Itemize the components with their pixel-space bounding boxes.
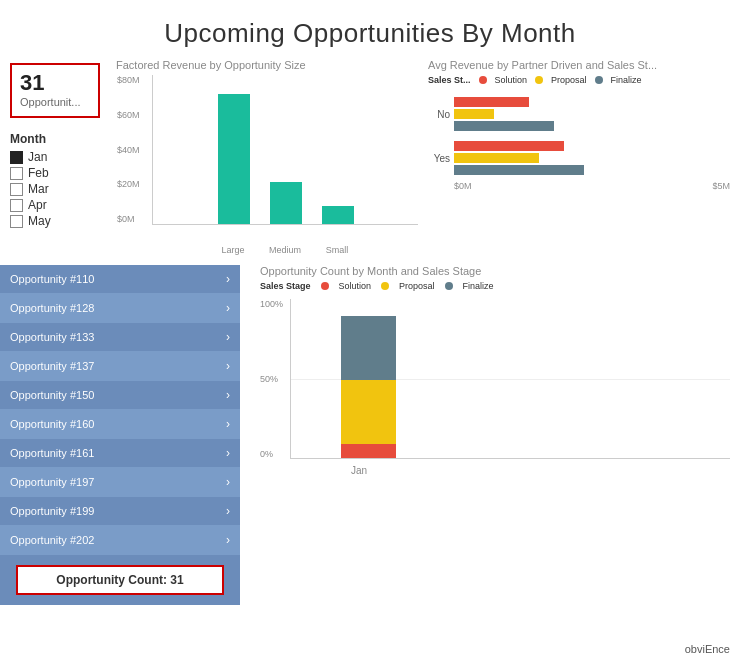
- no-solution-bar: [454, 97, 529, 107]
- chevron-icon-197: ›: [226, 475, 230, 489]
- opportunity-list: Opportunity #110 › Opportunity #128 › Op…: [0, 265, 240, 605]
- filter-item-mar[interactable]: Mar: [10, 182, 100, 196]
- kpi-label: Opportunit...: [20, 96, 90, 108]
- opp-item-text-150: Opportunity #150: [10, 389, 94, 401]
- seg-solution: [341, 444, 396, 458]
- bar-small-rect: [322, 206, 354, 224]
- no-finalize-bar: [454, 121, 554, 131]
- chevron-icon-160: ›: [226, 417, 230, 431]
- list-item-128[interactable]: Opportunity #128 ›: [0, 294, 240, 323]
- stacked-dot-solution: [321, 282, 329, 290]
- bar-large: [218, 94, 250, 224]
- row-label-yes: Yes: [428, 153, 450, 164]
- opp-item-text-110: Opportunity #110: [10, 273, 94, 285]
- filter-item-feb[interactable]: Feb: [10, 166, 100, 180]
- y-label-50: 50%: [260, 374, 283, 384]
- y-label-60m: $60M: [117, 110, 140, 120]
- bars-group: [153, 75, 418, 224]
- stacked-legend-stage: Sales Stage: [260, 281, 311, 291]
- opp-item-text-133: Opportunity #133: [10, 331, 94, 343]
- chevron-icon-128: ›: [226, 301, 230, 315]
- no-proposal-bar: [454, 109, 494, 119]
- opp-item-text-202: Opportunity #202: [10, 534, 94, 546]
- list-item-150[interactable]: Opportunity #150 ›: [0, 381, 240, 410]
- list-item-133[interactable]: Opportunity #133 ›: [0, 323, 240, 352]
- x-label-small: Small: [321, 245, 353, 255]
- list-item-202[interactable]: Opportunity #202 ›: [0, 526, 240, 555]
- filter-items: Jan Feb Mar Apr May: [10, 150, 100, 228]
- avg-revenue-legend: Sales St... Solution Proposal Finalize: [428, 75, 730, 85]
- page-title: Upcoming Opportunities By Month: [0, 0, 740, 59]
- opp-list-footer: Opportunity Count: 31: [0, 555, 240, 605]
- bar-medium-rect: [270, 182, 302, 224]
- chevron-icon-137: ›: [226, 359, 230, 373]
- list-item-137[interactable]: Opportunity #137 ›: [0, 352, 240, 381]
- opp-item-text-160: Opportunity #160: [10, 418, 94, 430]
- branding: obviEnce: [685, 643, 730, 655]
- filter-item-may[interactable]: May: [10, 214, 100, 228]
- stacked-bar-jan: [341, 316, 396, 458]
- horiz-bars-yes: [454, 141, 584, 175]
- horiz-x-labels: $0M $5M: [454, 181, 730, 191]
- y-label-100: 100%: [260, 299, 283, 309]
- opp-item-text-128: Opportunity #128: [10, 302, 94, 314]
- yes-proposal-bar: [454, 153, 539, 163]
- legend-dot-proposal: [535, 76, 543, 84]
- checkbox-mar[interactable]: [10, 183, 23, 196]
- list-item-197[interactable]: Opportunity #197 ›: [0, 468, 240, 497]
- x-label-5m: $5M: [712, 181, 730, 191]
- chevron-icon-161: ›: [226, 446, 230, 460]
- stacked-dot-finalize: [445, 282, 453, 290]
- kpi-box: 31 Opportunit...: [10, 63, 100, 118]
- kpi-number: 31: [20, 70, 90, 96]
- legend-dot-finalize: [595, 76, 603, 84]
- bar-small: [322, 206, 354, 224]
- bar-y-labels: $80M $60M $40M $20M $0M: [117, 75, 140, 224]
- x-label-jan: Jan: [351, 465, 367, 476]
- legend-sales-stage: Sales St...: [428, 75, 471, 85]
- filter-item-jan[interactable]: Jan: [10, 150, 100, 164]
- checkbox-apr[interactable]: [10, 199, 23, 212]
- filter-label: Month: [10, 132, 100, 146]
- bar-large-rect: [218, 94, 250, 224]
- stacked-dot-proposal: [381, 282, 389, 290]
- chevron-icon-199: ›: [226, 504, 230, 518]
- checkbox-may[interactable]: [10, 215, 23, 228]
- stacked-y-labels: 100% 50% 0%: [260, 299, 283, 459]
- legend-label-solution: Solution: [495, 75, 528, 85]
- bar-chart-area: $80M $60M $40M $20M $0M: [152, 75, 418, 225]
- filter-item-apr[interactable]: Apr: [10, 198, 100, 212]
- yes-solution-bar: [454, 141, 564, 151]
- list-item-161[interactable]: Opportunity #161 ›: [0, 439, 240, 468]
- opp-item-text-197: Opportunity #197: [10, 476, 94, 488]
- list-item-160[interactable]: Opportunity #160 ›: [0, 410, 240, 439]
- avg-revenue-chart: Avg Revenue by Partner Driven and Sales …: [428, 59, 730, 255]
- yes-finalize-bar: [454, 165, 584, 175]
- x-label-medium: Medium: [269, 245, 301, 255]
- seg-proposal: [341, 380, 396, 444]
- factored-revenue-title: Factored Revenue by Opportunity Size: [116, 59, 418, 71]
- month-filter: Month Jan Feb Mar Apr: [10, 132, 100, 228]
- checkbox-jan[interactable]: [10, 151, 23, 164]
- list-item-110[interactable]: Opportunity #110 ›: [0, 265, 240, 294]
- opp-item-text-161: Opportunity #161: [10, 447, 94, 459]
- checkbox-feb[interactable]: [10, 167, 23, 180]
- horiz-bars-no: [454, 97, 554, 131]
- horiz-row-no: No: [428, 97, 730, 131]
- bar-medium: [270, 182, 302, 224]
- y-label-0m: $0M: [117, 214, 140, 224]
- stacked-label-solution: Solution: [339, 281, 372, 291]
- stacked-bar-section: Opportunity Count by Month and Sales Sta…: [240, 265, 740, 605]
- y-label-40m: $40M: [117, 145, 140, 155]
- filter-feb-label: Feb: [28, 166, 49, 180]
- legend-dot-solution: [479, 76, 487, 84]
- stacked-label-proposal: Proposal: [399, 281, 435, 291]
- filter-jan-label: Jan: [28, 150, 47, 164]
- stacked-legend: Sales Stage Solution Proposal Finalize: [260, 281, 730, 291]
- x-label-0m: $0M: [454, 181, 472, 191]
- y-label-0: 0%: [260, 449, 283, 459]
- chevron-icon-133: ›: [226, 330, 230, 344]
- list-item-199[interactable]: Opportunity #199 ›: [0, 497, 240, 526]
- factored-revenue-chart: Factored Revenue by Opportunity Size $80…: [116, 59, 418, 255]
- horiz-row-yes: Yes: [428, 141, 730, 175]
